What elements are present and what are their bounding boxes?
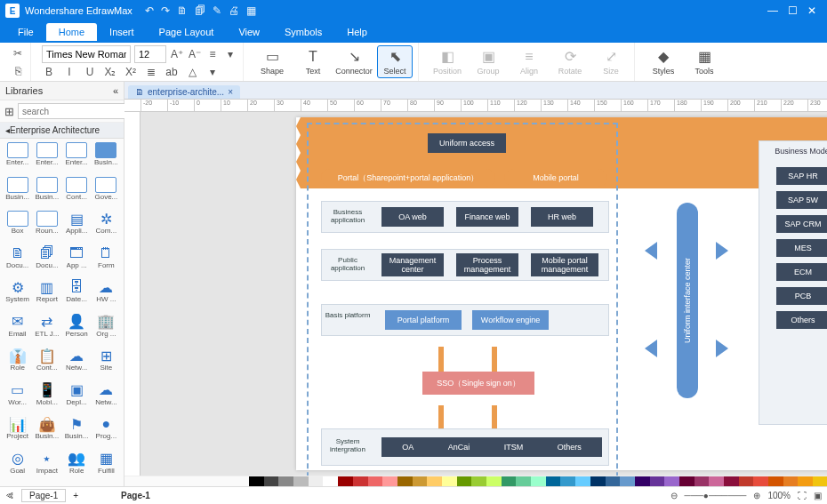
select-button[interactable]: ⬉Select xyxy=(377,45,413,78)
shape-item[interactable]: 🏢Org ... xyxy=(92,314,120,347)
color-swatch[interactable] xyxy=(457,476,472,486)
shape-item[interactable]: 👔Role xyxy=(4,348,31,380)
styles-button[interactable]: ◆Styles xyxy=(646,48,681,76)
color-swatch[interactable] xyxy=(590,476,606,486)
connector-button[interactable]: ↘Connector xyxy=(336,48,372,76)
library-section-title[interactable]: Enterprise Architecture xyxy=(10,125,100,135)
color-swatch[interactable] xyxy=(309,476,324,486)
color-swatch[interactable] xyxy=(249,476,264,486)
color-swatch[interactable] xyxy=(486,476,502,486)
subscript-icon[interactable]: X₂ xyxy=(103,65,117,79)
superscript-icon[interactable]: X² xyxy=(124,65,138,79)
shape-item[interactable]: Busin... xyxy=(33,177,60,210)
open-icon[interactable]: 🗐 xyxy=(195,4,205,17)
close-button[interactable]: ✕ xyxy=(802,4,822,17)
bm-pcb[interactable]: PCB xyxy=(776,287,827,305)
align-icon[interactable]: ≡ xyxy=(205,47,220,61)
more-font-icon[interactable]: ▾ xyxy=(223,47,237,61)
shape-item[interactable]: ☁HW ... xyxy=(92,279,120,312)
color-swatch[interactable] xyxy=(382,476,397,486)
shape-item[interactable]: Cont... xyxy=(63,177,91,210)
zoom-out-icon[interactable]: ⊖ xyxy=(670,491,678,500)
color-swatch[interactable] xyxy=(397,476,413,486)
shape-item[interactable]: ⭑Impact xyxy=(33,451,60,484)
underline-icon[interactable]: U xyxy=(83,65,97,79)
zoom-in-icon[interactable]: ⊕ xyxy=(753,491,760,500)
format-painter-icon[interactable]: ⎘ xyxy=(11,64,25,78)
shape-item[interactable]: 📱Mobi... xyxy=(33,382,60,415)
block-portal-platform[interactable]: Portal platform xyxy=(385,310,462,330)
shape-item[interactable]: ▦Fulfill xyxy=(92,451,120,484)
collapse-libraries-icon[interactable]: « xyxy=(113,85,118,96)
shape-item[interactable]: ⊞Site xyxy=(92,348,120,380)
file-tab[interactable]: 🗎 enterprise-archite... × xyxy=(128,85,240,99)
block-mgmt-center[interactable]: Management center xyxy=(381,253,444,276)
canvas[interactable]: Uniform access Portal（Sharepoint+portal … xyxy=(141,112,827,476)
bm-sap-hr[interactable]: SAP HR xyxy=(776,167,827,185)
search-input[interactable] xyxy=(18,103,140,119)
shape-button[interactable]: ▭Shape xyxy=(254,48,290,76)
shape-item[interactable]: 🗔App ... xyxy=(63,245,91,278)
save-icon[interactable]: ✎ xyxy=(213,4,221,17)
shape-item[interactable]: ⚑Busin... xyxy=(63,416,91,449)
page-nav-prev-icon[interactable]: ⫷ xyxy=(5,491,14,500)
color-swatch[interactable] xyxy=(679,476,695,486)
shape-item[interactable]: 📋Cont... xyxy=(33,348,60,380)
increase-font-icon[interactable]: A⁺ xyxy=(170,47,184,61)
color-swatch[interactable] xyxy=(293,476,309,486)
minimize-button[interactable]: — xyxy=(763,4,783,17)
shape-item[interactable]: 📊Project xyxy=(4,416,31,449)
color-swatch[interactable] xyxy=(724,476,739,486)
shape-item[interactable]: 👜Busin... xyxy=(33,416,60,449)
font-name-select[interactable] xyxy=(42,45,131,63)
shape-item[interactable]: 🗒Form xyxy=(92,245,120,278)
shape-item[interactable]: 🗐Docu... xyxy=(33,245,60,278)
color-swatch[interactable] xyxy=(413,476,428,486)
color-swatch[interactable] xyxy=(427,476,442,486)
block-uniform-access[interactable]: Uniform access xyxy=(428,133,506,153)
block-finance-web[interactable]: Finance web xyxy=(456,207,518,227)
cut-icon[interactable]: ✂ xyxy=(11,46,25,60)
fit-page-icon[interactable]: ⛶ xyxy=(798,491,807,500)
bm-ecm[interactable]: ECM xyxy=(776,263,827,281)
shape-item[interactable]: ⇄ETL J... xyxy=(33,314,60,347)
fullscreen-icon[interactable]: ▣ xyxy=(814,491,822,500)
color-swatch[interactable] xyxy=(531,476,546,486)
undo-icon[interactable]: ↶ xyxy=(145,4,154,17)
shape-item[interactable]: ⚙System xyxy=(4,279,31,312)
block-workflow-engine[interactable]: Workflow engine xyxy=(472,310,549,330)
zoom-slider[interactable]: ───●────── xyxy=(685,491,747,500)
block-sso[interactable]: SSO（Single sign on） xyxy=(422,372,534,395)
color-swatch[interactable] xyxy=(709,476,724,486)
bold-icon[interactable]: B xyxy=(42,65,56,79)
more-format-icon[interactable]: ▾ xyxy=(205,65,220,79)
shape-item[interactable]: ▤Appli... xyxy=(63,211,91,244)
font-color-icon[interactable]: △ xyxy=(185,65,199,79)
color-swatch[interactable] xyxy=(368,476,383,486)
color-swatch[interactable] xyxy=(502,476,517,486)
bm-others[interactable]: Others xyxy=(776,311,827,329)
color-swatch[interactable] xyxy=(813,476,827,486)
file-tab-close-icon[interactable]: × xyxy=(228,87,233,97)
shape-item[interactable]: Busin... xyxy=(4,177,31,210)
shape-item[interactable]: Gove... xyxy=(92,177,120,210)
block-mobile-portal[interactable]: Mobile portal xyxy=(504,169,607,187)
menu-view[interactable]: View xyxy=(226,23,272,41)
shape-item[interactable]: Roun... xyxy=(33,211,60,244)
shape-item[interactable]: 👥Role xyxy=(63,451,91,484)
color-swatch[interactable] xyxy=(650,476,665,486)
block-system-integration-row[interactable]: OA AnCai ITSM Others xyxy=(381,437,602,457)
add-library-icon[interactable]: ⊞ xyxy=(4,105,14,118)
color-swatch[interactable] xyxy=(516,476,531,486)
color-swatch[interactable] xyxy=(635,476,650,486)
menu-page-layout[interactable]: Page Layout xyxy=(147,23,227,41)
page-add-icon[interactable]: + xyxy=(73,491,78,500)
menu-file[interactable]: File xyxy=(5,23,46,41)
color-swatch[interactable] xyxy=(575,476,590,486)
color-bar[interactable] xyxy=(124,476,827,486)
color-swatch[interactable] xyxy=(442,476,457,486)
shape-item[interactable]: 👤Person xyxy=(63,314,91,347)
text-button[interactable]: TText xyxy=(295,49,331,76)
font-size-select[interactable] xyxy=(134,45,166,63)
color-swatch[interactable] xyxy=(323,476,338,486)
